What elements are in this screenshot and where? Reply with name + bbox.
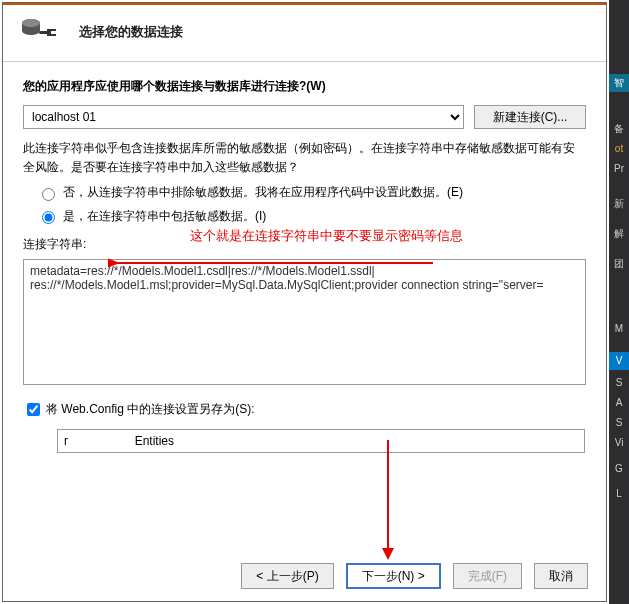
radio-include-label: 是，在连接字符串中包括敏感数据。(I) <box>63 207 266 226</box>
connection-dropdown[interactable]: localhost 01 <box>23 105 464 129</box>
side-tab[interactable]: 新 <box>609 195 629 213</box>
radio-include[interactable] <box>42 211 55 224</box>
connection-string-textarea[interactable] <box>23 259 586 385</box>
side-tab[interactable]: 团 <box>609 255 629 273</box>
side-tab[interactable]: Pr <box>609 160 629 178</box>
side-tab[interactable]: A <box>609 394 629 412</box>
side-tab[interactable]: V <box>609 352 629 370</box>
save-config-checkbox[interactable] <box>27 403 40 416</box>
save-config-label: 将 Web.Config 中的连接设置另存为(S): <box>46 401 254 418</box>
radio-exclude-label: 否，从连接字符串中排除敏感数据。我将在应用程序代码中设置此数据。(E) <box>63 183 463 202</box>
sensitive-data-explain: 此连接字符串似乎包含连接数据库所需的敏感数据（例如密码）。在连接字符串中存储敏感… <box>23 139 586 177</box>
accent-bar <box>3 3 606 5</box>
save-config-row[interactable]: 将 Web.Config 中的连接设置另存为(S): <box>23 400 586 419</box>
connection-string-label: 连接字符串: <box>23 236 586 253</box>
side-tab[interactable]: G <box>609 460 629 478</box>
previous-button[interactable]: < 上一步(P) <box>241 563 333 589</box>
ide-right-sidebar: 智 备 ot Pr 新 解 团 M V S A S Vi G L <box>609 0 629 604</box>
wizard-body: 您的应用程序应使用哪个数据连接与数据库进行连接?(W) localhost 01… <box>3 62 606 453</box>
cancel-button[interactable]: 取消 <box>534 563 588 589</box>
side-tab[interactable]: S <box>609 414 629 432</box>
radio-exclude-row[interactable]: 否，从连接字符串中排除敏感数据。我将在应用程序代码中设置此数据。(E) <box>37 183 586 202</box>
svg-rect-3 <box>47 29 51 36</box>
svg-point-1 <box>22 19 40 27</box>
radio-exclude[interactable] <box>42 188 55 201</box>
side-tab[interactable]: Vi <box>609 434 629 452</box>
new-connection-button[interactable]: 新建连接(C)... <box>474 105 586 129</box>
side-tab[interactable]: S <box>609 374 629 392</box>
connection-question: 您的应用程序应使用哪个数据连接与数据库进行连接?(W) <box>23 78 586 95</box>
connection-row: localhost 01 新建连接(C)... <box>23 105 586 129</box>
next-button[interactable]: 下一步(N) > <box>346 563 441 589</box>
save-config-name-input[interactable] <box>57 429 585 453</box>
side-tab[interactable]: 备 <box>609 120 629 138</box>
database-connection-icon <box>21 17 59 47</box>
side-tab[interactable]: 解 <box>609 225 629 243</box>
finish-button: 完成(F) <box>453 563 522 589</box>
side-tab[interactable]: 智 <box>609 74 629 92</box>
side-tab[interactable]: L <box>609 485 629 503</box>
side-tab[interactable]: ot <box>609 140 629 158</box>
wizard-title: 选择您的数据连接 <box>79 23 183 41</box>
wizard-header: 选择您的数据连接 <box>3 3 606 62</box>
side-tab[interactable]: M <box>609 320 629 338</box>
radio-include-row[interactable]: 是，在连接字符串中包括敏感数据。(I) <box>37 207 586 226</box>
wizard-window: 选择您的数据连接 您的应用程序应使用哪个数据连接与数据库进行连接?(W) loc… <box>2 2 607 602</box>
wizard-footer: < 上一步(P) 下一步(N) > 完成(F) 取消 <box>241 563 588 589</box>
